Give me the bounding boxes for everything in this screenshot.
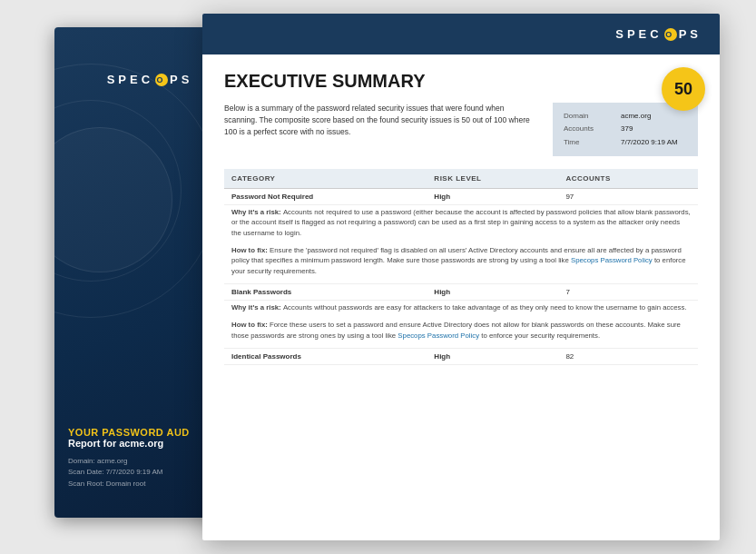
info-time-value: 7/7/2020 9:19 AM (621, 136, 678, 149)
header-logo-o: O (664, 28, 677, 41)
score-badge: 50 (662, 67, 705, 111)
category-name: Password Not Required (224, 189, 427, 205)
exec-description: Below is a summary of the password relat… (224, 103, 538, 156)
why-risk-text-1: Accounts without passwords are easy for … (283, 303, 687, 312)
risk-level: High (427, 348, 558, 364)
col-category: CATEGORY (224, 169, 427, 189)
info-accounts-value: 379 (621, 123, 633, 135)
info-accounts-label: Accounts (564, 123, 614, 135)
report-scan-root: Scan Root: Domain root (68, 479, 190, 490)
front-header-logo: SPECOPS (615, 27, 702, 41)
info-accounts-row: Accounts 379 (564, 123, 687, 135)
info-time-row: Time 7/7/2020 9:19 AM (564, 136, 687, 149)
col-accounts: ACCOUNTS (558, 169, 698, 189)
table-row: Identical Passwords High 82 (224, 348, 698, 364)
report-details: Domain: acme.org Scan Date: 7/7/2020 9:1… (68, 456, 190, 490)
why-risk-0: Why it's a risk: Accounts not required t… (224, 205, 698, 243)
howtofix-label-1: How to fix: (231, 321, 270, 329)
howtofix-row-0: How to fix: Ensure the 'password not req… (224, 243, 698, 283)
report-domain: Domain: acme.org (68, 456, 190, 468)
howtofix-link-1[interactable]: Specops Password Policy (398, 331, 479, 340)
front-header: SPECOPS (202, 14, 720, 54)
header-logo-ps: PS (679, 27, 702, 41)
exec-info-box: Domain acme.org Accounts 379 Time 7/7/20… (553, 103, 698, 156)
table-row: Password Not Required High 97 (224, 189, 698, 205)
back-card-bottom: YOUR PASSWORD AUD Report for acme.org Do… (68, 427, 190, 490)
logo-text-ps: PS (170, 73, 192, 86)
front-card: SPECOPS 50 EXECUTIVE SUMMARY Below is a … (202, 14, 720, 540)
howtofix-link-0[interactable]: Specops Password Policy (571, 256, 653, 264)
category-name: Identical Passwords (224, 348, 427, 364)
accounts-count: 7 (558, 283, 698, 300)
info-domain-row: Domain acme.org (564, 110, 687, 123)
exec-title: EXECUTIVE SUMMARY (224, 71, 698, 92)
accounts-count: 97 (558, 189, 698, 205)
info-domain-label: Domain (564, 110, 614, 123)
why-risk-label-0: Why it's a risk: (231, 208, 283, 216)
header-logo-spec: SPEC (615, 27, 662, 41)
report-table: CATEGORY RISK LEVEL ACCOUNTS Password No… (224, 169, 698, 365)
why-risk-text-0: Accounts not required to use a password … (231, 208, 691, 237)
detail-row-0: Why it's a risk: Accounts not required t… (224, 205, 698, 243)
accounts-count: 82 (558, 348, 698, 364)
info-time-label: Time (564, 136, 614, 149)
info-domain-value: acme.org (621, 110, 651, 123)
howtofix-0: How to fix: Ensure the 'password not req… (224, 243, 698, 283)
detail-row-1: Why it's a risk: Accounts without passwo… (224, 300, 698, 318)
exec-body-row: Below is a summary of the password relat… (224, 103, 698, 156)
report-scan-date: Scan Date: 7/7/2020 9:19 AM (68, 467, 190, 479)
why-risk-label-1: Why it's a risk: (231, 303, 283, 312)
why-risk-1: Why it's a risk: Accounts without passwo… (224, 300, 698, 318)
howtofix-row-1: How to fix: Force these users to set a p… (224, 318, 698, 348)
howtofix-label-0: How to fix: (231, 246, 270, 254)
report-title-sub: Report for acme.org (68, 438, 190, 449)
risk-level: High (427, 283, 558, 300)
report-title-main: YOUR PASSWORD AUD (68, 427, 190, 438)
front-content: 50 EXECUTIVE SUMMARY Below is a summary … (202, 54, 720, 540)
category-name: Blank Passwords (224, 283, 427, 300)
table-row: Blank Passwords High 7 (224, 283, 698, 300)
howtofix-1: How to fix: Force these users to set a p… (224, 318, 698, 348)
risk-level: High (427, 189, 558, 205)
col-risk-level: RISK LEVEL (427, 169, 558, 189)
howtofix-text-end-1: to enforce your security requirements. (479, 331, 600, 340)
